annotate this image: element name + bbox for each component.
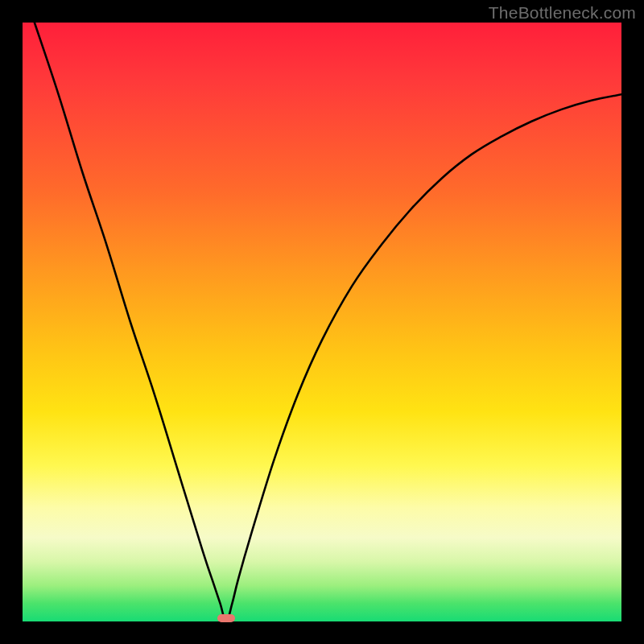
bottleneck-curve <box>23 23 621 621</box>
chart-frame: TheBottleneck.com <box>0 0 644 644</box>
plot-area <box>23 23 621 621</box>
watermark-text: TheBottleneck.com <box>489 3 636 23</box>
minimum-marker <box>217 614 235 622</box>
